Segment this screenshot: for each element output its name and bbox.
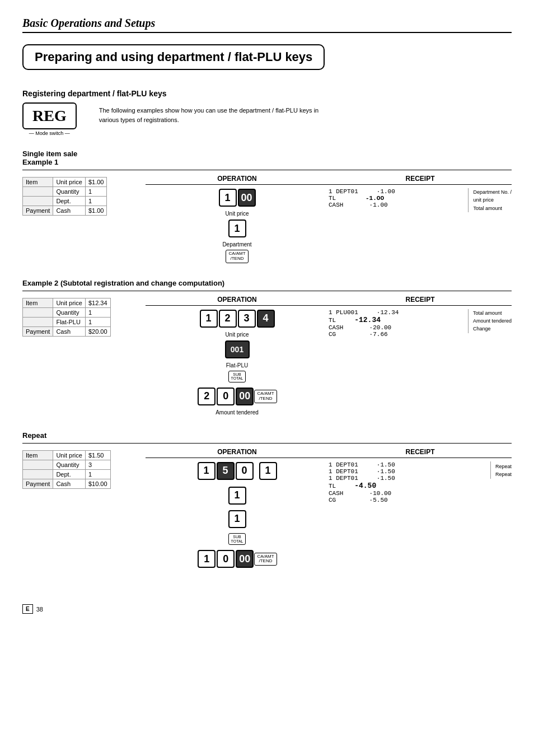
receipt-note: Change [473,325,512,333]
example1-op-keys: 1 00 Unit price 1 Department CA/AMT/TEND [146,188,329,265]
repeat-op-keys: 1 5 0 1 1 1 [146,461,329,571]
unit-price-value: $12.34 [85,298,110,307]
example1-receipt-col: RECEIPT 1 DEPT01 ·1.00 TL -1.OO CASH ·1.… [329,175,512,212]
empty-cell [23,317,53,326]
repeat-section: Item Unit price $1.50 Quantity 3 Dept. 1 [22,443,512,571]
example1-item-col: Item Unit price $1.00 Quantity 1 Dept. 1 [22,175,146,216]
op-keys-row1-repeat: 1 5 0 1 [197,461,278,480]
example2-operation-col: OPERATION 1 2 3 4 Unit price 001 Flat-PL… [146,296,329,418]
receipt-line: TL -1.OO [329,195,468,202]
key-3: 3 [238,310,256,328]
op-keys-row2: 1 [228,219,247,238]
receipt-header2: RECEIPT [329,296,512,306]
reg-desc-line2: various types of registrations. [99,116,179,123]
op-keys-subtotal: SUBTOTAL [228,371,246,382]
table-row: Quantity 1 [23,307,111,317]
receipt-notes: Department No. / unit price Total amount [468,188,512,212]
quantity-label: Quantity [53,307,85,317]
reg-key-label: REG [32,107,67,124]
payment-label: Payment [23,206,53,216]
op-keys-row2-repeat: 1 [228,486,247,505]
table-row: Payment Cash $10.00 [23,479,111,488]
ca-amt-btn2: CA/AMT/TEND [254,390,277,403]
receipt-header-repeat: RECEIPT [329,448,512,458]
receipt-note: Total amount [473,204,512,212]
main-title: Preparing and using department / flat-PL… [35,50,312,64]
key-00: 00 [238,189,256,207]
op-keys-row2: 001 [224,340,250,359]
key-1: 1 [200,310,218,328]
unit-price-op-label: Unit price [225,211,249,217]
op-keys-ca: CA/AMT/TEND [226,250,248,263]
receipt-line: CG ·5.50 [329,497,490,503]
example1-item-table: Item Unit price $1.00 Quantity 1 Dept. 1 [22,177,107,216]
reg-description: The following examples show how you can … [99,102,319,124]
operation-header-repeat: OPERATION [146,448,329,458]
example2-grid: Item Unit price $12.34 Quantity 1 Flat-P… [22,296,512,418]
key-1-dept: 1 [228,220,246,237]
receipt-data-repeat: 1 DEPT01 ·1.50 1 DEPT01 ·1.50 1 DEPT01 ·… [329,461,490,503]
key-0-final: 0 [217,550,235,568]
repeat-title: Repeat [22,431,512,440]
key-1-final: 1 [198,550,216,568]
example2-section: Item Unit price $12.34 Quantity 1 Flat-P… [22,291,512,418]
repeat-item-table: Item Unit price $1.50 Quantity 3 Dept. 1 [22,450,111,489]
repeat-grid: Item Unit price $1.50 Quantity 3 Dept. 1 [22,448,512,571]
key-001: 001 [225,340,250,358]
department-op-label: Department [222,241,251,248]
receipt-note: Total amount [473,309,512,317]
sub-total-btn: SUBTOTAL [228,371,246,382]
example1-grid: Item Unit price $1.00 Quantity 1 Dept. 1 [22,175,512,265]
key-00-final: 00 [236,550,254,568]
table-row: Item Unit price $1.50 [23,450,111,460]
receipt-line: 1 DEPT01 ·1.50 [329,461,490,468]
key-1: 1 [198,462,216,480]
key-1: 1 [219,189,237,207]
dept-value: 1 [85,469,110,479]
dept-label: Dept. [53,197,85,206]
receipt-line: 1 PLU001 ·12.34 [329,309,468,316]
op-keys-row4-repeat: 1 0 00 CA/AMT/TEND [197,549,277,568]
unit-price-label: Unit price [53,450,85,460]
dept-value: 1 [85,197,107,206]
key-1-repeat2: 1 [228,487,246,505]
unit-price-label: Unit price [53,298,85,307]
receipt-note: Department No. / [473,188,512,196]
table-row: Quantity 1 [23,187,107,197]
page-footer: E 38 [22,604,512,614]
unit-price-op-label2: Unit price [225,332,249,338]
empty-cell [23,197,53,206]
key-0: 0 [236,462,254,480]
item-label: Item [23,298,53,307]
repeat-operation-col: OPERATION 1 5 0 1 1 [146,448,329,571]
table-row: Dept. 1 [23,197,107,206]
ca-amt-btn-repeat: CA/AMT/TEND [254,553,277,566]
unit-price-value: $1.50 [85,450,110,460]
operation-header: OPERATION [146,175,329,185]
table-row: Item Unit price $1.00 [23,178,107,187]
receipt-line: CG ·7.66 [329,331,468,338]
key-2: 2 [198,388,216,405]
example2-item-table: Item Unit price $12.34 Quantity 1 Flat-P… [22,298,111,337]
key-2: 2 [219,310,237,328]
example1-operation-col: OPERATION 1 00 Unit price 1 Department C… [146,175,329,265]
example1-section: Item Unit price $1.00 Quantity 1 Dept. 1 [22,170,512,265]
main-title-box: Preparing and using department / flat-PL… [22,44,325,70]
page-header: Basic Operations and Setups [22,17,512,33]
cash-value: $20.00 [85,326,110,336]
receipt-note: Amount tendered [473,317,512,325]
table-row: Payment Cash $1.00 [23,206,107,216]
table-row: Dept. 1 [23,469,111,479]
receipt-line: CASH ·20.00 [329,324,468,331]
item-label: Item [23,178,53,187]
mode-switch-label: Mode switch [29,130,70,136]
receipt-note: Repeat [495,463,512,470]
receipt-line: CASH ·1.00 [329,202,468,208]
flat-plu-value: 1 [85,317,110,326]
key-00: 00 [236,388,254,405]
ca-amt-btn: CA/AMT/TEND [226,250,248,263]
op-keys-row1: 1 2 3 4 [199,309,275,328]
receipt-line: 1 DEPT01 ·1.50 [329,468,490,475]
empty-cell [23,460,53,469]
example1-receipt: 1 DEPT01 ·1.00 TL -1.OO CASH ·1.00 Depar… [329,188,512,212]
